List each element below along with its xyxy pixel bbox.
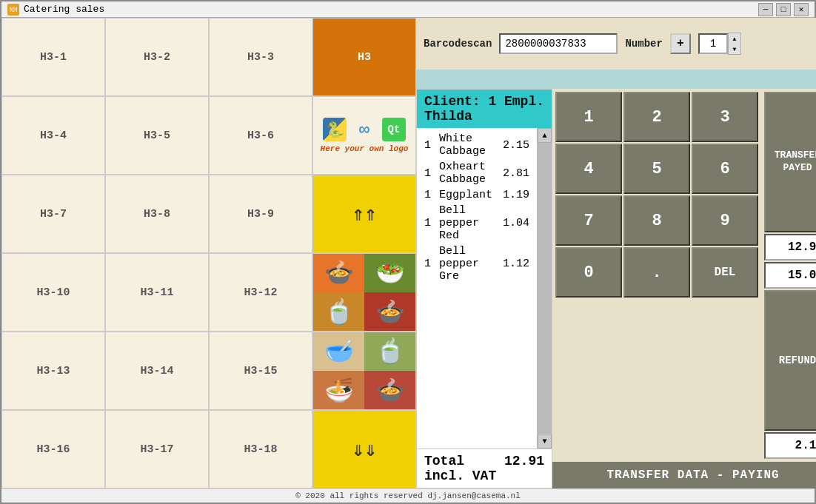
receipt-scrollbar[interactable]: ▲ ▼ [537, 128, 552, 448]
client-header: Client: 1 Empl. Thilda [417, 90, 552, 128]
grid-cell-h3-17[interactable]: H3-17 [105, 410, 209, 488]
soup-4: 🍲 [364, 292, 415, 332]
item-2-qty: 1 [424, 167, 439, 180]
grid-cell-h3-16[interactable]: H3-16 [1, 410, 105, 488]
grid-cell-h3-15[interactable]: H3-15 [209, 332, 312, 410]
grid-row-5: H3-13 H3-14 H3-15 🥣 🍵 🍜 🍲 [1, 332, 416, 410]
amount-display-1: 12.91 [764, 234, 816, 261]
grid-cell-h3-7[interactable]: H3-7 [1, 175, 105, 253]
titlebar-controls: ─ □ ✕ [758, 3, 809, 16]
receipt-body: 1 White Cabbage 2.15 1 Oxheart Cabbage 2… [417, 128, 552, 448]
arrow-up-cell[interactable]: ⇑⇑ [312, 175, 416, 253]
soup-grid-top: 🍲 🥗 🍵 🍲 [313, 253, 415, 332]
item-5-qty: 1 [424, 258, 439, 270]
order-item-2[interactable]: 1 Oxheart Cabbage 2.81 [417, 159, 537, 187]
item-5-name: Bell pepper Gre [439, 245, 492, 283]
grid-cell-h3-18[interactable]: H3-18 [209, 410, 312, 488]
numpad-3[interactable]: 3 [692, 92, 758, 142]
main-content: H3-1 H3-2 H3-3 H3 H3-4 H3-5 H3-6 🐍 ∞ Qt … [1, 18, 815, 488]
grid-row-1: H3-1 H3-2 H3-3 H3 [1, 18, 416, 96]
grid-cell-h3-8[interactable]: H3-8 [105, 175, 209, 253]
item-1-name: White Cabbage [439, 132, 492, 158]
copyright: © 2020 all rights reserved dj.jansen@cas… [1, 488, 815, 503]
item-4-price: 1.04 [492, 217, 529, 229]
numpad-8[interactable]: 8 [623, 195, 690, 246]
grid-cell-h3-5[interactable]: H3-5 [105, 96, 209, 175]
maximize-button[interactable]: □ [776, 3, 791, 16]
grid-cell-h3-6[interactable]: H3-6 [209, 96, 312, 175]
numpad-9[interactable]: 9 [692, 195, 758, 246]
grid-cell-h3-14[interactable]: H3-14 [105, 332, 209, 410]
numpad-payment: 1 2 3 4 5 6 7 8 9 0 . DEL [552, 89, 816, 488]
order-items-list: 1 White Cabbage 2.15 1 Oxheart Cabbage 2… [417, 128, 537, 448]
number-plus-button[interactable]: + [670, 33, 691, 54]
number-spinner: ▲ ▼ [728, 33, 741, 55]
numpad-7[interactable]: 7 [555, 195, 622, 246]
app-icon: 🍽 [7, 4, 19, 16]
titlebar: 🍽 Catering sales ─ □ ✕ [1, 1, 815, 18]
main-window: 🍽 Catering sales ─ □ ✕ H3-1 H3-2 H3-3 H3… [0, 0, 816, 504]
soup-images-bottom[interactable]: 🥣 🍵 🍜 🍲 [312, 332, 416, 410]
transfer-refund-column: TRANSFERPAYED 12.91 15.00 REFUND 2.10 [761, 89, 816, 462]
arrow-down-cell[interactable]: ⇓⇓ [312, 410, 416, 488]
order-item-3[interactable]: 1 Eggplant 1.19 [417, 187, 537, 203]
number-spinner-group: ▲ ▼ [698, 33, 741, 55]
soup-3: 🍵 [313, 292, 364, 332]
grid-cell-h3-9[interactable]: H3-9 [209, 175, 312, 253]
right-panel: Barcodescan Number + ▲ ▼ Exit [416, 18, 816, 488]
item-2-name: Oxheart Cabbage [439, 161, 492, 186]
grid-cell-h3-4[interactable]: H3-4 [1, 96, 105, 175]
spinner-down[interactable]: ▼ [729, 44, 740, 54]
grid-cell-h3[interactable]: H3 [312, 18, 416, 96]
top-bar: Barcodescan Number + ▲ ▼ Exit [416, 18, 816, 70]
grid-cell-h3-10[interactable]: H3-10 [1, 253, 105, 332]
titlebar-left: 🍽 Catering sales [7, 4, 104, 16]
barcodescan-label: Barcodescan [424, 38, 492, 50]
receipt-panel: Client: 1 Empl. Thilda 1 White Cabbage 2… [416, 89, 552, 488]
grid-cell-h3-1[interactable]: H3-1 [1, 18, 105, 96]
numpad-6[interactable]: 6 [692, 144, 758, 194]
numpad-1[interactable]: 1 [555, 92, 622, 142]
order-item-5[interactable]: 1 Bell pepper Gre 1.12 [417, 243, 537, 284]
barcodescan-input[interactable] [499, 33, 618, 54]
total-row: Total incl. VAT 12.91 [417, 448, 552, 488]
numpad-5[interactable]: 5 [623, 144, 690, 194]
soup-7: 🍜 [313, 371, 364, 410]
refund-button[interactable]: REFUND [764, 290, 816, 431]
minimize-button[interactable]: ─ [758, 3, 773, 16]
spinner-up[interactable]: ▲ [729, 33, 740, 44]
numpad-0[interactable]: 0 [555, 247, 622, 298]
soup-grid-bottom: 🥣 🍵 🍜 🍲 [313, 332, 415, 410]
soup-8: 🍲 [364, 371, 415, 410]
soup-images-top[interactable]: 🍲 🥗 🍵 🍲 [312, 253, 416, 332]
number-input[interactable] [698, 33, 728, 54]
arrow-up-icon: ⇑⇑ [352, 201, 377, 226]
amount-display-2: 15.00 [764, 262, 816, 289]
numpad-2[interactable]: 2 [623, 92, 690, 142]
grid-cell-h3-13[interactable]: H3-13 [1, 332, 105, 410]
logo-images: 🐍 ∞ Qt [323, 118, 406, 141]
window-title: Catering sales [24, 4, 104, 15]
grid-cell-h3-3[interactable]: H3-3 [209, 18, 312, 96]
item-1-price: 2.15 [492, 139, 529, 152]
grid-cell-h3-2[interactable]: H3-2 [105, 18, 209, 96]
grid-cell-h3-11[interactable]: H3-11 [105, 253, 209, 332]
transfer-payed-button[interactable]: TRANSFERPAYED [764, 92, 816, 232]
total-label: Total incl. VAT [424, 454, 504, 483]
item-3-name: Eggplant [439, 189, 492, 201]
order-item-1[interactable]: 1 White Cabbage 2.15 [417, 131, 537, 159]
numpad-dot[interactable]: . [623, 247, 690, 298]
numpad-del[interactable]: DEL [692, 247, 758, 298]
close-button[interactable]: ✕ [794, 3, 809, 16]
copyright-text: © 2020 all rights reserved dj.jansen@cas… [295, 491, 521, 500]
scroll-thumb [538, 143, 552, 434]
numpad-4[interactable]: 4 [555, 144, 622, 194]
order-item-4[interactable]: 1 Bell pepper Red 1.04 [417, 203, 537, 243]
grid-cell-h3-12[interactable]: H3-12 [209, 253, 312, 332]
scroll-up-arrow[interactable]: ▲ [538, 128, 552, 143]
arrow-down-icon: ⇓⇓ [352, 437, 377, 462]
scroll-down-arrow[interactable]: ▼ [538, 434, 552, 448]
numpad-transfer-row: 1 2 3 4 5 6 7 8 9 0 . DEL [552, 89, 816, 462]
transfer-footer[interactable]: TRANSFER DATA - PAYING [552, 462, 816, 488]
grid-row-6: H3-16 H3-17 H3-18 ⇓⇓ [1, 410, 416, 488]
